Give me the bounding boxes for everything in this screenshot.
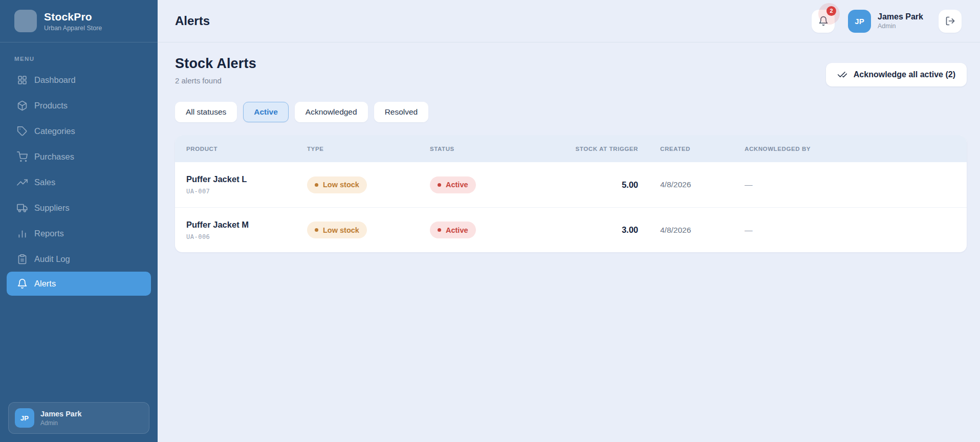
status-badge: Active [430,176,476,193]
product-name: Puffer Jacket M [186,220,307,230]
sidebar-item-label: Purchases [34,152,74,162]
dot-icon [315,183,318,187]
box-icon [17,100,28,111]
bell-icon [17,278,28,289]
sidebar-item-label: Sales [34,178,55,187]
app-window: StockPro Urban Apparel Store MENU Dashbo… [0,0,980,442]
trend-up-icon [17,177,28,188]
page-head: Stock Alerts 2 alerts found Acknowledge … [175,56,967,86]
status-badge: Active [430,222,476,238]
app-logo-icon [14,10,37,32]
stock-at-trigger-value: 5.00 [568,180,660,190]
column-header-stock-at-trigger: STOCK AT TRIGGER [568,146,660,152]
column-header-acknowledged-by: ACKNOWLEDGED BY [745,146,967,152]
sidebar-user-role: Admin [40,419,82,427]
truck-icon [17,203,28,213]
created-date: 4/8/2026 [660,226,745,235]
table-row: Puffer Jacket M UA-006 Low stock Active … [175,207,967,252]
filter-active[interactable]: Active [243,102,289,122]
created-date: 4/8/2026 [660,180,745,189]
filter-acknowledged[interactable]: Acknowledged [295,102,368,122]
grid-icon [17,75,28,85]
product-sku: UA-007 [186,188,307,195]
sidebar-item-audit-log[interactable]: Audit Log [0,246,158,272]
sidebar-menu: Dashboard Products Categories Purchases … [0,67,158,296]
acknowledge-all-label: Acknowledge all active (2) [854,70,955,79]
table-body: Puffer Jacket L UA-007 Low stock Active … [175,162,967,252]
table-header: PRODUCT TYPE STATUS STOCK AT TRIGGER CRE… [175,136,967,162]
sidebar-item-label: Dashboard [34,75,76,85]
avatar: JP [15,408,34,428]
table-row: Puffer Jacket L UA-007 Low stock Active … [175,162,967,207]
sidebar-item-purchases[interactable]: Purchases [0,144,158,169]
type-badge: Low stock [307,176,367,193]
dot-icon [438,228,441,232]
filter-resolved[interactable]: Resolved [374,102,429,122]
sidebar-item-categories[interactable]: Categories [0,118,158,144]
header-user-name: James Park [878,12,923,21]
content-area: Stock Alerts 2 alerts found Acknowledge … [158,42,980,442]
bell-icon [818,16,829,26]
sidebar-item-reports[interactable]: Reports [0,220,158,246]
alerts-count-text: 2 alerts found [175,76,256,85]
sidebar-item-label: Categories [34,126,75,136]
alerts-table-card: PRODUCT TYPE STATUS STOCK AT TRIGGER CRE… [175,136,967,252]
stock-at-trigger-value: 3.00 [568,225,660,235]
product-sku: UA-006 [186,233,307,240]
main-area: Alerts 2 JP James Park Admin [158,0,980,442]
app-logo: StockPro Urban Apparel Store [0,0,158,42]
column-header-created: CREATED [660,146,745,152]
sidebar-item-label: Suppliers [34,203,70,213]
dot-icon [315,228,318,232]
column-header-product: PRODUCT [175,146,307,152]
header-user: JP James Park Admin [848,10,923,33]
acknowledge-all-button[interactable]: Acknowledge all active (2) [826,63,967,86]
cart-icon [17,151,28,162]
sidebar: StockPro Urban Apparel Store MENU Dashbo… [0,0,158,442]
column-header-status: STATUS [430,146,568,152]
sidebar-item-sales[interactable]: Sales [0,169,158,195]
app-subtitle: Urban Apparel Store [44,25,102,32]
sidebar-item-products[interactable]: Products [0,93,158,118]
page-title: Stock Alerts [175,56,256,72]
check-check-icon [837,70,847,80]
sidebar-user-card: JP James Park Admin [8,402,149,434]
logout-icon [945,16,955,26]
bar-chart-icon [17,228,28,239]
page-header-title: Alerts [175,14,210,28]
sidebar-item-label: Alerts [34,279,56,289]
app-name: StockPro [44,11,102,23]
product-name: Puffer Jacket L [186,174,307,184]
type-badge: Low stock [307,222,367,238]
sidebar-item-label: Audit Log [34,254,70,264]
notifications-button[interactable]: 2 [812,10,835,33]
header-controls: 2 JP James Park Admin [812,10,962,33]
sidebar-item-suppliers[interactable]: Suppliers [0,195,158,220]
top-header: Alerts 2 JP James Park Admin [158,0,980,42]
avatar: JP [848,10,871,33]
tag-icon [17,126,28,137]
sidebar-item-label: Reports [34,229,64,238]
header-user-role: Admin [878,23,923,30]
sidebar-item-dashboard[interactable]: Dashboard [0,67,158,93]
notification-count-badge: 2 [826,6,836,16]
clipboard-icon [17,254,28,264]
sidebar-item-alerts[interactable]: Alerts [7,272,151,296]
sidebar-user-name: James Park [40,410,82,418]
status-filters: All statusesActiveAcknowledgedResolved [175,102,967,122]
acknowledged-by-value: — [745,226,967,235]
logout-button[interactable] [939,10,962,33]
menu-section-label: MENU [14,56,158,62]
sidebar-item-label: Products [34,101,68,110]
acknowledged-by-value: — [745,180,967,189]
column-header-type: TYPE [307,146,430,152]
filter-all-statuses[interactable]: All statuses [175,102,237,122]
dot-icon [438,183,441,187]
